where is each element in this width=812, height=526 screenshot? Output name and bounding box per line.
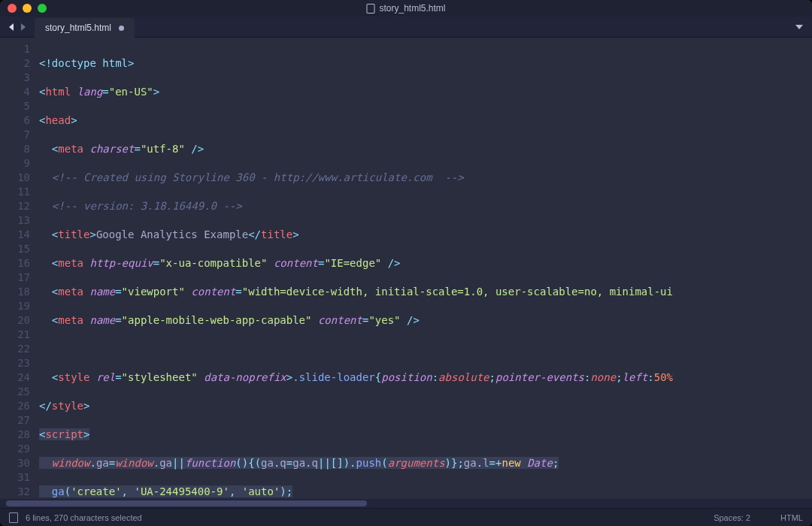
horizontal-scrollbar[interactable] [0,499,812,508]
forward-icon[interactable] [21,23,26,31]
back-icon[interactable] [9,23,14,31]
editor-window: story_html5.html story_html5.html 1 2 3 … [0,0,812,526]
tab-spacer[interactable] [135,17,795,37]
indent-status[interactable]: Spaces: 2 [714,513,750,522]
language-status[interactable]: HTML [780,513,803,522]
minimize-icon[interactable] [23,4,32,13]
tab-dropdown-icon[interactable] [795,25,803,29]
selection-status: 6 lines, 270 characters selected [26,513,142,522]
titlebar[interactable]: story_html5.html [0,0,812,17]
zoom-icon[interactable] [38,4,47,13]
tab-label: story_html5.html [45,23,111,33]
title-filename: story_html5.html [366,3,445,14]
modified-dot-icon [119,26,124,31]
traffic-lights [0,4,47,13]
title-text: story_html5.html [379,3,445,14]
code-content[interactable]: <!doctype html> <html lang="en-US"> <hea… [39,38,812,499]
close-icon[interactable] [8,4,17,13]
status-bar: 6 lines, 270 characters selected Spaces:… [0,508,812,526]
file-icon[interactable] [9,512,18,523]
scrollbar-thumb[interactable] [6,500,367,506]
tab-active[interactable]: story_html5.html [35,18,135,38]
file-icon [366,4,374,14]
line-gutter[interactable]: 1 2 3 4 5 6 7 8 9 10 11 12 13 14 15 16 1… [0,38,39,499]
tab-bar: story_html5.html [0,17,812,38]
editor-area: 1 2 3 4 5 6 7 8 9 10 11 12 13 14 15 16 1… [0,38,812,499]
nav-arrows [0,17,35,37]
